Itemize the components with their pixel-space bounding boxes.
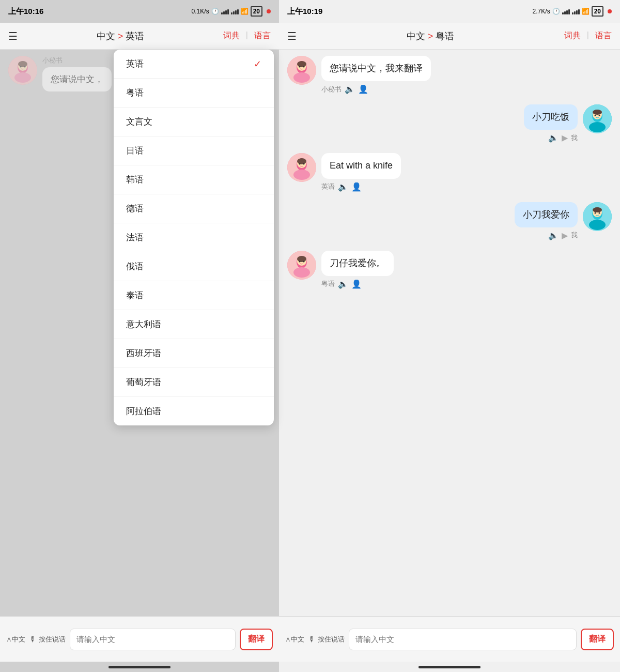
left-menu-icon[interactable]: ☰	[8, 30, 18, 42]
msg5-sender: 粤语	[321, 279, 335, 288]
message-row-1: 您请说中文，我来翻译 小秘书 🔈 👤	[287, 56, 612, 94]
right-lang-toggle[interactable]: ∧中文	[285, 635, 304, 644]
lang-option-spanish[interactable]: 西班牙语	[114, 339, 274, 368]
svg-point-12	[297, 61, 306, 67]
left-assistant-name: 小秘书	[42, 56, 112, 65]
left-home-bar	[109, 666, 171, 668]
msg2-speaker: 我 ▶ 🔈	[548, 133, 578, 143]
right-text-input[interactable]	[349, 629, 577, 650]
svg-point-17	[589, 122, 606, 132]
msg2-play-icon[interactable]: ▶	[562, 133, 568, 143]
right-nav-actions: 词典 | 语言	[564, 30, 612, 41]
left-status-bar: 上午10:16 0.1K/s 🕐 📶 20	[0, 0, 279, 23]
left-translate-button[interactable]: 翻译	[240, 629, 273, 650]
lang-option-korean[interactable]: 韩语	[114, 165, 274, 194]
msg5-speaker: 粤语 🔈 👤	[321, 279, 362, 289]
svg-point-2	[14, 72, 31, 83]
msg5-play-icon[interactable]: 👤	[351, 279, 362, 289]
right-mic-button[interactable]: 🎙 按住说话	[308, 635, 345, 644]
left-battery: 20	[251, 6, 262, 17]
msg1-sound-icon[interactable]: 🔈	[345, 84, 355, 94]
lang-option-russian[interactable]: 俄语	[114, 252, 274, 281]
svg-point-10	[293, 72, 310, 83]
lang-option-italian[interactable]: 意大利语	[114, 310, 274, 339]
svg-point-42	[303, 261, 305, 262]
msg3-content: Eat with a knife 英语 🔈 👤	[321, 153, 401, 191]
svg-point-14	[303, 66, 305, 68]
lang-option-english[interactable]: 英语 ✓	[114, 50, 274, 79]
msg1-content: 您请说中文，我来翻译 小秘书 🔈 👤	[321, 56, 431, 94]
msg3-play-icon[interactable]: 👤	[351, 182, 362, 192]
msg1-bubble: 您请说中文，我来翻译	[321, 56, 431, 81]
left-mic-button[interactable]: 🎙 按住说话	[29, 635, 66, 644]
msg2-content: 小刀吃饭 我 ▶ 🔈	[524, 104, 578, 143]
svg-point-6	[24, 66, 26, 68]
right-translate-button[interactable]: 翻译	[581, 629, 614, 650]
msg4-sound-icon[interactable]: 🔈	[548, 231, 559, 240]
right-wifi-icon: 📶	[582, 8, 590, 15]
left-nav-title: 中文 > 英语	[97, 30, 145, 42]
left-lang-link[interactable]: 语言	[254, 30, 271, 41]
right-signal2	[572, 8, 580, 14]
right-dict-link[interactable]: 词典	[564, 30, 581, 41]
msg2-sound-icon[interactable]: 🔈	[548, 133, 559, 143]
message-row-3: Eat with a knife 英语 🔈 👤	[287, 153, 612, 191]
left-text-input[interactable]	[70, 629, 236, 650]
lang-option-thai[interactable]: 泰语	[114, 281, 274, 310]
left-dict-link[interactable]: 词典	[223, 30, 240, 41]
svg-point-31	[589, 220, 606, 230]
msg1-play-icon[interactable]: 👤	[358, 84, 368, 94]
left-nav-bar: ☰ 中文 > 英语 词典 | 语言	[0, 23, 279, 50]
right-status-icons: 2.7K/s 🕐 📶 20	[533, 6, 612, 17]
right-nav-title: 中文 > 粤语	[407, 30, 455, 42]
msg5-content: 刀仔我爱你。 粤语 🔈 👤	[321, 251, 394, 289]
msg3-sound-icon[interactable]: 🔈	[338, 182, 348, 192]
lang-option-cantonese[interactable]: 粤语	[114, 79, 274, 108]
msg3-avatar	[287, 153, 316, 182]
msg1-avatar	[287, 56, 316, 85]
language-dropdown[interactable]: 英语 ✓ 粤语 文言文 日语 韩语 德语 法语 俄语 泰语 意大利语	[114, 50, 274, 425]
svg-point-27	[299, 163, 301, 165]
left-lang-toggle[interactable]: ∧中文	[6, 635, 25, 644]
svg-point-20	[595, 115, 596, 116]
msg3-speaker: 英语 🔈 👤	[321, 182, 362, 192]
right-time: 上午10:19	[287, 7, 322, 17]
message-row-5: 刀仔我爱你。 粤语 🔈 👤	[287, 251, 612, 289]
left-assistant-avatar	[8, 56, 37, 85]
right-panel: 上午10:19 2.7K/s 🕐 📶 20 ☰ 中文	[279, 0, 620, 672]
msg5-sound-icon[interactable]: 🔈	[338, 279, 348, 289]
lang-option-japanese[interactable]: 日语	[114, 136, 274, 165]
right-nav-bar: ☰ 中文 > 粤语 词典 | 语言	[279, 23, 620, 50]
svg-point-28	[303, 163, 305, 165]
right-mic-icon: 🎙	[308, 635, 316, 644]
msg4-content: 小刀我爱你 我 ▶ 🔈	[515, 202, 578, 240]
left-welcome-content: 小秘书 您请说中文，	[42, 56, 112, 91]
msg4-play-icon[interactable]: ▶	[562, 231, 568, 240]
lang-option-german[interactable]: 德语	[114, 194, 274, 223]
svg-point-38	[293, 267, 310, 278]
msg3-sender: 英语	[321, 182, 335, 191]
right-speed: 2.7K/s	[533, 8, 550, 15]
svg-point-26	[297, 158, 306, 164]
left-home-indicator	[0, 662, 279, 672]
right-lang-link[interactable]: 语言	[595, 30, 612, 41]
left-battery-dot	[267, 9, 271, 13]
msg2-avatar	[583, 104, 612, 133]
left-clock-icon: 🕐	[211, 8, 219, 15]
svg-rect-7	[20, 62, 26, 65]
left-mic-icon: 🎙	[29, 635, 37, 644]
lang-option-arabic[interactable]: 阿拉伯语	[114, 397, 274, 425]
left-time: 上午10:16	[8, 7, 43, 17]
right-menu-icon[interactable]: ☰	[287, 30, 297, 42]
svg-point-13	[299, 66, 301, 68]
lang-option-classical[interactable]: 文言文	[114, 108, 274, 136]
svg-point-34	[595, 212, 596, 213]
msg4-avatar	[583, 202, 612, 231]
msg4-bubble: 小刀我爱你	[515, 202, 578, 227]
lang-option-portuguese[interactable]: 葡萄牙语	[114, 368, 274, 397]
left-nav-actions: 词典 | 语言	[223, 30, 271, 41]
msg2-sender: 我	[571, 133, 578, 143]
left-signal2	[231, 8, 239, 14]
right-home-indicator	[279, 662, 620, 672]
lang-option-french[interactable]: 法语	[114, 223, 274, 252]
